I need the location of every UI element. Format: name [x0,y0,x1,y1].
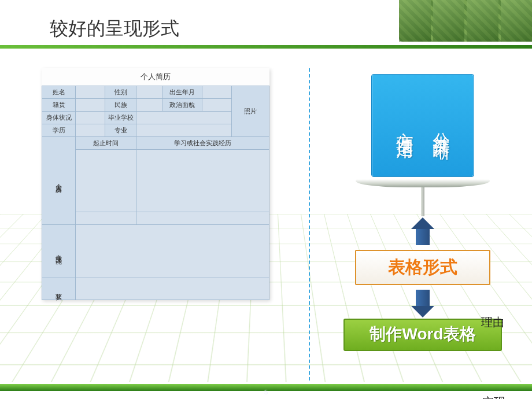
cell-label: 学历 [42,124,76,137]
resume-table: 姓名 性别 出生年月 照片 籍贯 民族 政治面貌 身体状况 毕业学校 学历 专业 [42,86,269,300]
resume-heading: 个人简历 [42,68,269,86]
arrow-up-icon [411,220,434,245]
cell-value [76,212,136,225]
vertical-dashed-divider [309,68,310,380]
cell-label: 民族 [105,99,136,112]
cell-label: 起止时间 [76,137,136,150]
cell-value [76,86,105,99]
section-resume: 个人履历 [42,137,76,225]
cell-label: 姓名 [42,86,76,99]
accent-bar-top [0,45,532,49]
cell-label: 性别 [105,86,136,99]
slide-title: 较好的呈现形式 [50,16,179,42]
cell-value [136,99,163,112]
table-row: 专业技能 [42,225,269,278]
cell-value [76,124,105,137]
cell-value [76,150,136,212]
cell-value [76,278,269,300]
label-reason: 理由 [481,315,504,330]
cell-label: 学习或社会实践经历 [136,137,269,150]
tray-stem [421,186,424,216]
cell-label: 出生年月 [163,86,202,99]
header-photo-overlay [399,0,532,42]
label-implement: 实现 [482,394,505,399]
cell-value [136,124,231,137]
blue-feature-box: 方便适用 分类清晰 [371,74,474,177]
tray-icon [356,179,490,187]
cell-value [136,112,231,124]
cell-value [136,150,269,212]
cell-value [76,225,269,278]
table-row: 个人履历 起止时间 学习或社会实践经历 [42,137,269,150]
page-number: 5 [264,389,268,396]
blue-col-left: 方便适用 [393,119,416,132]
cell-label: 专业 [105,124,136,137]
section-skills: 专业技能 [42,225,76,278]
cell-value [76,112,105,124]
table-row [42,150,269,212]
cell-value [136,212,269,225]
table-row [42,212,269,225]
table-row: 获奖 [42,278,269,300]
blue-col-right: 分类清晰 [429,119,453,132]
cell-value [202,99,231,112]
cell-value [136,86,163,99]
green-action-box: 制作Word表格 [343,319,502,351]
right-diagram: 方便适用 分类清晰 表格形式 制作Word表格 理由 实现 [333,74,512,351]
arrow-down-icon [411,290,434,315]
cell-label: 身体状况 [42,112,76,124]
cell-value [202,86,231,99]
cell-label: 毕业学校 [105,112,136,124]
table-row: 姓名 性别 出生年月 照片 [42,86,269,99]
cell-label: 籍贯 [42,99,76,112]
cell-photo: 照片 [231,86,269,137]
cell-value [76,99,105,112]
section-awards: 获奖 [42,278,76,300]
orange-label-box: 表格形式 [355,250,490,285]
cell-label: 政治面貌 [163,99,202,112]
resume-card: 个人简历 姓名 性别 出生年月 照片 籍贯 民族 政治面貌 身体状况 毕业学校 … [42,68,269,300]
